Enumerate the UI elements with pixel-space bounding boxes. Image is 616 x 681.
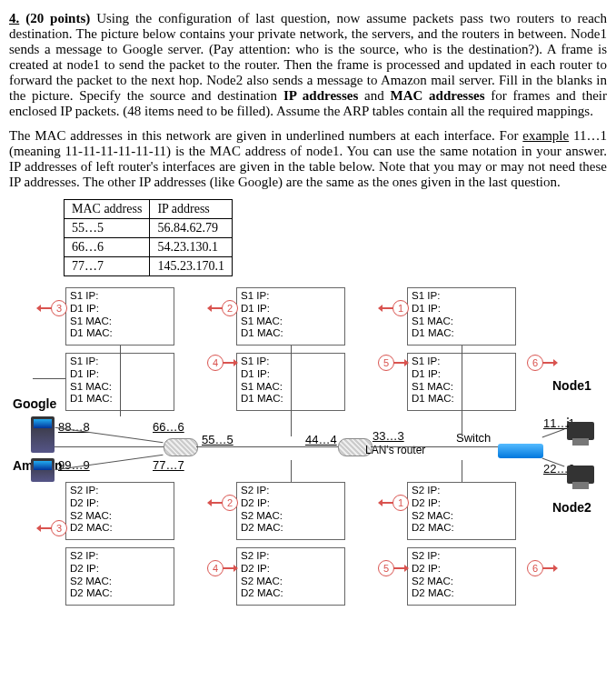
node1-label: Node1: [552, 378, 591, 393]
label-s1ip: S1 IP:: [70, 290, 170, 303]
q2-example-val: 11…1: [573, 128, 607, 143]
wire: [196, 446, 338, 447]
step-3-icon: 3: [51, 300, 67, 316]
label-d2mac: D2 MAC:: [241, 522, 341, 535]
step-3-icon: 3: [51, 520, 67, 536]
step-1-icon: 1: [392, 495, 409, 511]
table-row: 66…6 54.23.130.1: [65, 238, 233, 257]
q2-b: (meaning 11-11-11-11-11-11) is the MAC a…: [9, 144, 607, 189]
step-1-icon: 1: [392, 300, 409, 316]
label-d2mac: D2 MAC:: [70, 522, 170, 535]
step-6-icon: 6: [527, 560, 543, 576]
mac-55: 55…5: [202, 433, 233, 446]
step-2-icon: 2: [222, 300, 238, 316]
label-d1mac: D1 MAC:: [412, 327, 512, 340]
step-4-icon: 4: [207, 560, 224, 576]
blank-box-s1-hop3: S1 IP: D1 IP: S1 MAC: D1 MAC:: [65, 287, 174, 346]
label-d2ip: D2 IP:: [241, 563, 341, 576]
label-d2ip: D2 IP:: [412, 563, 512, 576]
label-s2mac: S2 MAC:: [412, 576, 512, 588]
blank-box-s2-hop3: S2 IP: D2 IP: S2 MAC: D2 MAC:: [65, 482, 174, 540]
address-table: MAC address IP address 55…5 56.84.62.79 …: [64, 199, 233, 276]
mac-33: 33…3: [373, 429, 404, 443]
q-and: and: [364, 88, 384, 103]
amazon-server-icon: [31, 458, 55, 482]
label-s2mac: S2 MAC:: [70, 576, 170, 588]
label-d1mac: D1 MAC:: [241, 327, 341, 340]
mac-66: 66…6: [153, 420, 184, 434]
blank-box-s2-hop1: S2 IP: D2 IP: S2 MAC: D2 MAC:: [407, 482, 516, 540]
antenna-icon: ⋮: [562, 416, 573, 428]
question-text-2: The MAC addresses in this network are gi…: [9, 128, 607, 190]
mac-44: 44…4: [305, 433, 337, 446]
q2-a: The MAC addresses in this network are gi…: [9, 128, 518, 143]
label-d1ip: D1 IP:: [412, 303, 512, 315]
google-server-icon: [31, 416, 55, 453]
label-d1ip: D1 IP:: [241, 303, 341, 315]
label-d2ip: D2 IP:: [70, 563, 170, 576]
label-d2mac: D2 MAC:: [412, 522, 512, 535]
q-macaddr: MAC addresses: [390, 88, 491, 103]
table-cell: 56.84.62.79: [150, 219, 233, 238]
label-s2mac: S2 MAC:: [412, 510, 512, 523]
q-points: (20 points): [25, 11, 96, 25]
q2-example: example: [522, 128, 573, 143]
connector: [462, 346, 462, 436]
blank-box-s2-hop4b: S2 IP: D2 IP: S2 MAC: D2 MAC:: [236, 547, 345, 606]
wire: [542, 429, 565, 438]
label-s2ip: S2 IP:: [70, 550, 170, 563]
node2-pc-icon: [567, 466, 594, 484]
q-ipaddr: IP addresses: [283, 88, 364, 103]
label-s2mac: S2 MAC:: [70, 510, 170, 523]
step-2-icon: 2: [222, 495, 238, 511]
step-5-icon: 5: [378, 355, 394, 371]
label-d2mac: D2 MAC:: [241, 587, 341, 600]
mac-77: 77…7: [153, 458, 184, 472]
label-s2ip: S2 IP:: [412, 485, 512, 497]
blank-box-s2-hop2: S2 IP: D2 IP: S2 MAC: D2 MAC:: [236, 482, 345, 540]
table-cell: 66…6: [65, 238, 150, 257]
router-left-icon: [164, 438, 198, 456]
wire: [371, 446, 498, 447]
table-header: MAC address: [65, 200, 150, 219]
wire: [55, 446, 164, 447]
label-d2mac: D2 MAC:: [70, 587, 170, 600]
node2-label: Node2: [552, 500, 591, 515]
table-row: 55…5 56.84.62.79: [65, 219, 233, 238]
label-s2mac: S2 MAC:: [241, 510, 341, 523]
blank-box-s1-hop2: S1 IP: D1 IP: S1 MAC: D1 MAC:: [236, 287, 345, 346]
step-5-icon: 5: [378, 560, 394, 576]
connector: [291, 346, 292, 436]
table-cell: 55…5: [65, 219, 150, 238]
label-d2mac: D2 MAC:: [412, 587, 512, 600]
step-4-icon: 4: [207, 355, 224, 371]
table-cell: 145.23.170.1: [150, 257, 233, 276]
question-text: 4. (20 points) Using the configuration o…: [9, 11, 607, 119]
table-cell: 77…7: [65, 257, 150, 276]
blank-box-s2-hop5: S2 IP: D2 IP: S2 MAC: D2 MAC:: [407, 547, 516, 606]
wire: [55, 427, 164, 444]
table-cell: 54.23.130.1: [150, 238, 233, 257]
label-s1ip: S1 IP:: [241, 290, 341, 303]
label-d2ip: D2 IP:: [241, 497, 341, 510]
switch-icon: [498, 444, 543, 458]
q-number: 4.: [9, 11, 19, 25]
table-header: IP address: [150, 200, 233, 219]
label-s1mac: S1 MAC:: [241, 315, 341, 328]
table-header-row: MAC address IP address: [65, 200, 233, 219]
label-s2mac: S2 MAC:: [241, 576, 341, 588]
label-d2ip: D2 IP:: [412, 497, 512, 510]
connector: [120, 346, 121, 416]
label-s2ip: S2 IP:: [70, 485, 170, 497]
table-row: 77…7 145.23.170.1: [65, 257, 233, 276]
google-label: Google: [13, 396, 56, 411]
network-diagram: S1 IP: D1 IP: S1 MAC: D1 MAC: 3 S1 IP: D…: [18, 287, 600, 666]
arrow-line: [33, 378, 65, 379]
label-s2ip: S2 IP:: [412, 550, 512, 563]
label-d1mac: D1 MAC:: [70, 327, 170, 340]
label-s2ip: S2 IP:: [241, 485, 341, 497]
blank-box-s1-hop1: S1 IP: D1 IP: S1 MAC: D1 MAC:: [407, 287, 516, 346]
label-d1ip: D1 IP:: [70, 303, 170, 315]
step-6-icon: 6: [527, 355, 543, 371]
label-d2ip: D2 IP:: [70, 497, 170, 510]
